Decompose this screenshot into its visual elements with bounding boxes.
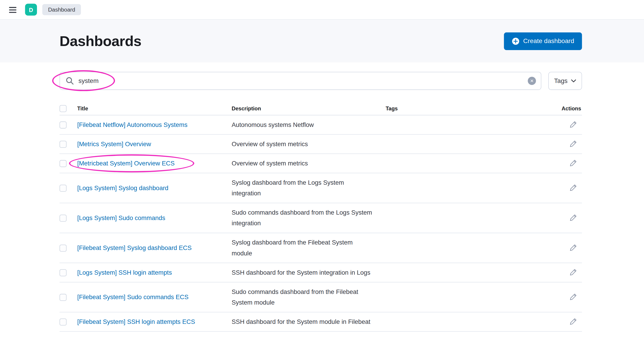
- column-header-description: Description: [232, 105, 386, 111]
- search-row: ✕ Tags: [60, 72, 582, 90]
- content-area: ✕ Tags Title Description Tags Actions: [0, 62, 644, 332]
- table-row: [Metrics System] Overview Overview of sy…: [60, 135, 582, 154]
- dashboard-title-link[interactable]: [Filebeat System] SSH login attempts ECS: [77, 318, 195, 325]
- edit-dashboard-button[interactable]: [569, 120, 578, 129]
- table-row: [Filebeat System] Sudo commands ECS Sudo…: [60, 282, 582, 312]
- dashboard-description: SSH dashboard for the System integration…: [232, 263, 386, 282]
- page-title: Dashboards: [60, 33, 142, 49]
- row-checkbox[interactable]: [60, 294, 67, 301]
- dashboard-title-link[interactable]: [Logs System] SSH login attempts: [77, 269, 172, 276]
- clear-search-icon[interactable]: ✕: [528, 77, 536, 85]
- edit-dashboard-button[interactable]: [569, 183, 578, 192]
- dashboard-description: Syslog dashboard from the Filebeat Syste…: [232, 233, 386, 263]
- search-input[interactable]: [60, 72, 542, 90]
- search-box: ✕: [60, 72, 542, 90]
- row-checkbox[interactable]: [60, 140, 67, 148]
- row-checkbox[interactable]: [60, 245, 67, 252]
- pencil-icon: [570, 244, 577, 251]
- breadcrumb[interactable]: Dashboard: [42, 4, 81, 15]
- dashboards-page: D Dashboard Dashboards Create dashboard …: [0, 0, 644, 349]
- table-row: [Logs System] Syslog dashboard Syslog da…: [60, 173, 582, 203]
- dashboard-title-link[interactable]: [Metrics System] Overview: [77, 140, 151, 147]
- table-row: [Metricbeat System] Overview ECS Overvie…: [60, 154, 582, 173]
- page-header: Dashboards Create dashboard: [0, 20, 644, 62]
- column-header-title[interactable]: Title: [77, 105, 232, 111]
- table-header-row: Title Description Tags Actions: [60, 102, 582, 115]
- dashboard-title-link[interactable]: [Logs System] Sudo commands: [77, 214, 165, 221]
- create-dashboard-label: Create dashboard: [523, 37, 574, 45]
- dashboard-title-link[interactable]: [Metricbeat System] Overview ECS: [77, 160, 175, 167]
- dashboard-title-link[interactable]: [Filebeat System] Sudo commands ECS: [77, 294, 189, 301]
- edit-dashboard-button[interactable]: [569, 243, 578, 252]
- dashboard-description: Overview of system metrics: [232, 154, 386, 173]
- edit-dashboard-button[interactable]: [569, 317, 578, 326]
- row-checkbox[interactable]: [60, 184, 67, 192]
- table-row: [Filebeat System] Syslog dashboard ECS S…: [60, 233, 582, 263]
- column-header-actions: Actions: [553, 105, 582, 111]
- table-row: [Filebeat System] SSH login attempts ECS…: [60, 312, 582, 332]
- table-row: [Logs System] SSH login attempts SSH das…: [60, 263, 582, 282]
- row-checkbox[interactable]: [60, 214, 67, 221]
- table-row: [Logs System] Sudo commands Sudo command…: [60, 203, 582, 233]
- row-checkbox[interactable]: [60, 319, 67, 326]
- row-checkbox[interactable]: [60, 121, 67, 128]
- tags-filter-label: Tags: [554, 77, 568, 85]
- edit-dashboard-button[interactable]: [569, 213, 578, 222]
- pencil-icon: [570, 184, 577, 191]
- create-dashboard-button[interactable]: Create dashboard: [504, 32, 582, 50]
- menu-icon[interactable]: [6, 3, 20, 17]
- dashboard-description: SSH dashboard for the System module in F…: [232, 312, 386, 331]
- edit-dashboard-button[interactable]: [569, 292, 578, 301]
- dashboard-description: Syslog dashboard from the Logs System in…: [232, 173, 386, 203]
- dashboard-title-link[interactable]: [Filebeat System] Syslog dashboard ECS: [77, 244, 192, 251]
- select-all-checkbox[interactable]: [60, 105, 67, 112]
- edit-dashboard-button[interactable]: [569, 158, 578, 167]
- pencil-icon: [570, 159, 577, 167]
- dashboards-table: Title Description Tags Actions [Filebeat…: [60, 102, 582, 332]
- table-row: [Filebeat Netflow] Autonomous Systems Au…: [60, 115, 582, 135]
- dashboard-description: Overview of system metrics: [232, 135, 386, 153]
- space-avatar[interactable]: D: [25, 4, 37, 16]
- pencil-icon: [570, 140, 577, 148]
- pencil-icon: [570, 121, 577, 128]
- dashboard-description: Autonomous systems Netflow: [232, 115, 386, 134]
- dashboard-description: Sudo commands dashboard from the Filebea…: [232, 282, 386, 312]
- dashboard-title-link[interactable]: [Filebeat Netflow] Autonomous Systems: [77, 121, 188, 128]
- edit-dashboard-button[interactable]: [569, 139, 578, 148]
- edit-dashboard-button[interactable]: [569, 268, 578, 277]
- row-checkbox[interactable]: [60, 160, 67, 167]
- column-header-tags: Tags: [386, 105, 553, 111]
- dashboard-description: Sudo commands dashboard from the Logs Sy…: [232, 203, 386, 233]
- chevron-down-icon: [571, 79, 576, 82]
- pencil-icon: [570, 214, 577, 221]
- plus-in-circle-icon: [512, 37, 520, 45]
- pencil-icon: [570, 269, 577, 276]
- dashboard-title-link[interactable]: [Logs System] Syslog dashboard: [77, 184, 168, 191]
- hamburger-icon: [8, 5, 17, 14]
- tags-filter-button[interactable]: Tags: [548, 72, 582, 90]
- row-checkbox[interactable]: [60, 269, 67, 276]
- pencil-icon: [570, 293, 577, 301]
- pencil-icon: [570, 318, 577, 325]
- top-bar: D Dashboard: [0, 0, 644, 20]
